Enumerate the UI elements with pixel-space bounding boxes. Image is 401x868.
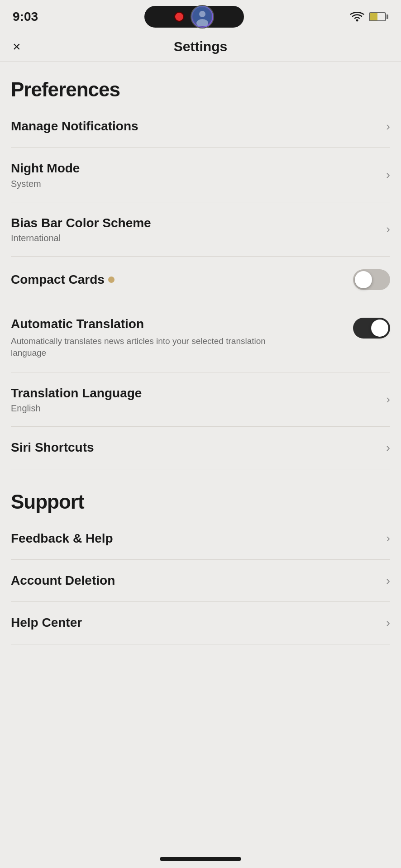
feedback-help-item[interactable]: Feedback & Help ›: [11, 518, 390, 560]
help-center-label: Help Center: [11, 615, 381, 631]
bias-bar-item[interactable]: Bias Bar Color Scheme International ›: [11, 202, 390, 257]
help-center-chevron: ›: [386, 616, 390, 630]
feedback-help-label: Feedback & Help: [11, 530, 381, 547]
avatar-circle: [191, 5, 214, 29]
record-dot: [174, 12, 184, 22]
manage-notifications-chevron: ›: [386, 119, 390, 134]
compact-cards-dot: [108, 277, 115, 283]
battery-icon: [369, 12, 388, 21]
auto-translation-item[interactable]: Automatic Translation Automatically tran…: [11, 303, 390, 372]
bias-bar-label: Bias Bar Color Scheme: [11, 215, 381, 231]
account-deletion-label: Account Deletion: [11, 572, 381, 589]
night-mode-sublabel: System: [11, 179, 381, 189]
svg-point-3: [356, 19, 358, 22]
account-deletion-chevron: ›: [386, 574, 390, 588]
bias-bar-chevron: ›: [386, 222, 390, 236]
manage-notifications-label: Manage Notifications: [11, 118, 381, 134]
siri-shortcuts-label: Siri Shortcuts: [11, 439, 381, 456]
auto-translation-desc: Automatically translates news articles i…: [11, 335, 273, 359]
account-deletion-item[interactable]: Account Deletion ›: [11, 560, 390, 602]
page-header: × Settings: [0, 32, 401, 62]
compact-cards-toggle[interactable]: [353, 269, 390, 290]
dynamic-island: [144, 6, 244, 28]
siri-shortcuts-item[interactable]: Siri Shortcuts ›: [11, 427, 390, 469]
night-mode-label: Night Mode: [11, 160, 381, 176]
translation-language-label: Translation Language: [11, 385, 381, 401]
auto-translation-toggle-thumb: [371, 320, 388, 337]
svg-point-1: [199, 11, 205, 17]
auto-translation-toggle[interactable]: [353, 318, 390, 339]
manage-notifications-item[interactable]: Manage Notifications ›: [11, 105, 390, 148]
auto-translation-label: Automatic Translation: [11, 316, 347, 332]
support-section-title: Support: [11, 474, 390, 518]
wifi-icon: [350, 11, 364, 22]
close-button[interactable]: ×: [13, 40, 21, 53]
compact-cards-label: Compact Cards: [11, 272, 105, 288]
night-mode-chevron: ›: [386, 168, 390, 182]
status-center: [144, 6, 244, 28]
preferences-section-title: Preferences: [11, 62, 390, 105]
avatar-inner: [192, 7, 212, 27]
page-title: Settings: [174, 39, 227, 54]
feedback-help-chevron: ›: [386, 531, 390, 545]
night-mode-item[interactable]: Night Mode System ›: [11, 148, 390, 202]
home-indicator: [160, 857, 241, 861]
status-bar: 9:03: [0, 0, 401, 32]
compact-cards-toggle-thumb: [355, 271, 372, 288]
status-right: [350, 11, 388, 22]
help-center-item[interactable]: Help Center ›: [11, 602, 390, 644]
translation-language-chevron: ›: [386, 392, 390, 406]
siri-shortcuts-chevron: ›: [386, 441, 390, 455]
settings-content: Preferences Manage Notifications › Night…: [0, 62, 401, 644]
translation-language-item[interactable]: Translation Language English ›: [11, 372, 390, 427]
compact-cards-item[interactable]: Compact Cards: [11, 257, 390, 303]
bias-bar-sublabel: International: [11, 233, 381, 243]
status-time: 9:03: [13, 10, 38, 24]
translation-language-sublabel: English: [11, 403, 381, 414]
